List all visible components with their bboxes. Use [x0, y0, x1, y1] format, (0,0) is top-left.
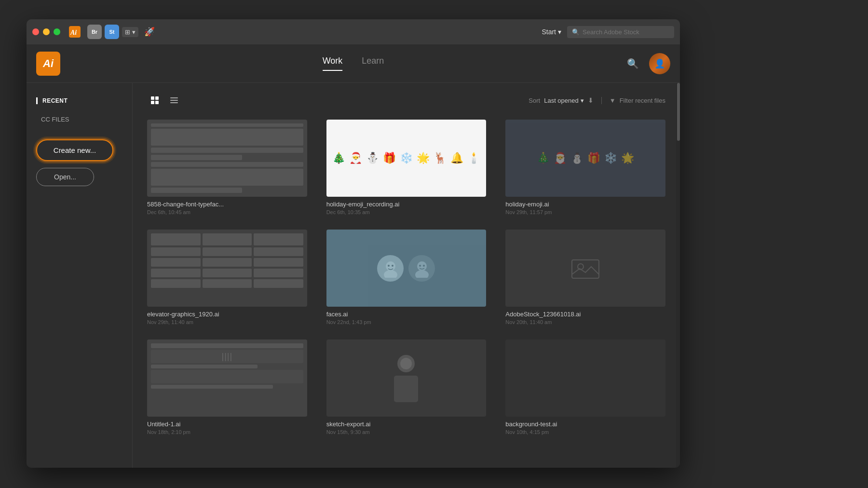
file-date: Nov 18th, 2:10 pm	[147, 429, 307, 435]
maximize-button[interactable]	[54, 28, 60, 35]
avatar-image: 👤	[649, 53, 670, 74]
file-item[interactable]: background-test.ai Nov 10th, 4:15 pm	[505, 339, 665, 435]
app-logo: Ai	[36, 52, 60, 76]
filter-label[interactable]: Filter recent files	[620, 97, 665, 104]
grid-view-button[interactable]	[147, 93, 163, 108]
file-item[interactable]: 🎄🎅⛄ 🎁❄️🌟 holiday-emoji.ai Nov 29th, 11:5…	[505, 120, 665, 215]
file-name: faces.ai	[326, 311, 487, 318]
bridge-badge[interactable]: Br	[87, 25, 102, 39]
search-icon: 🔍	[627, 58, 639, 69]
grid-view-icon: ⊞	[125, 28, 130, 36]
header-search-button[interactable]: 🔍	[624, 55, 641, 72]
rocket-icon[interactable]: 🚀	[144, 27, 155, 37]
list-icon	[170, 97, 178, 104]
view-switcher[interactable]: ⊞ ▾	[122, 27, 138, 37]
tab-work[interactable]: Work	[323, 56, 343, 71]
files-grid: 5858-change-font-typefac... Dec 6th, 10:…	[147, 120, 665, 435]
file-item[interactable]: 🎄🎅⛄ 🎁❄️🌟 🦌🔔🕯️ holiday-emoji_recording.ai…	[326, 120, 487, 215]
file-name: Untitled-1.ai	[147, 420, 307, 428]
sort-dropdown[interactable]: Last opened ▾	[544, 97, 584, 104]
tab-learn[interactable]: Learn	[362, 56, 384, 71]
stock-badge[interactable]: St	[105, 25, 119, 39]
sort-value: Last opened	[544, 97, 579, 104]
titlebar-right: Start ▾ 🔍	[542, 26, 674, 38]
thumb-emoji-pattern: 🎄🎅⛄ 🎁❄️🌟 🦌🔔🕯️	[326, 120, 487, 197]
desktop: Ai Br St ⊞ ▾ 🚀 Start ▾ 🔍	[0, 0, 868, 488]
titlebar-apps: Br St ⊞ ▾ 🚀	[87, 25, 155, 39]
files-toolbar: Sort Last opened ▾ ⬇ ▼ Filter recent fil…	[147, 93, 665, 108]
svg-point-7	[415, 270, 429, 278]
file-date: Nov 20th, 11:40 am	[505, 319, 665, 325]
thumb-emoji-dark: 🎄🎅⛄ 🎁❄️🌟	[505, 120, 665, 197]
create-new-button[interactable]: Create new...	[36, 139, 113, 161]
grid-icon	[151, 96, 159, 104]
file-item[interactable]: 5858-change-font-typefac... Dec 6th, 10:…	[147, 120, 307, 215]
svg-point-9	[423, 265, 425, 267]
titlebar: Ai Br St ⊞ ▾ 🚀 Start ▾ 🔍	[27, 19, 680, 44]
start-label: Start	[542, 28, 556, 36]
sidebar-recent-label: RECENT	[36, 97, 122, 104]
titlebar-ai-icon: Ai	[69, 26, 81, 38]
file-item[interactable]: |||| Untitled-1.ai Nov 18th, 2:10 pm	[147, 339, 307, 435]
filter-area: ▼ Filter recent files	[601, 97, 665, 104]
file-name: elevator-graphics_1920.ai	[147, 311, 307, 318]
app-window: Ai Br St ⊞ ▾ 🚀 Start ▾ 🔍	[27, 19, 680, 468]
thumb-wireframe	[147, 120, 307, 197]
chevron-down-icon: ▾	[132, 28, 136, 36]
sort-label: Sort	[529, 97, 540, 104]
file-name: background-test.ai	[505, 420, 665, 428]
sort-area: Sort Last opened ▾ ⬇	[529, 96, 593, 104]
file-item[interactable]: AdobeStock_123661018.ai Nov 20th, 11:40 …	[505, 230, 665, 325]
file-date: Dec 6th, 10:35 am	[326, 209, 487, 215]
stock-search-input[interactable]	[583, 28, 669, 36]
start-dropdown[interactable]: Start ▾	[542, 28, 561, 36]
svg-point-6	[417, 261, 427, 271]
file-thumbnail	[147, 120, 307, 197]
file-thumbnail	[326, 230, 487, 307]
file-name: AdobeStock_123661018.ai	[505, 311, 665, 318]
file-date: Dec 6th, 10:45 am	[147, 209, 307, 215]
view-icons	[147, 93, 182, 108]
file-thumbnail	[505, 339, 665, 417]
list-view-button[interactable]	[166, 93, 182, 108]
scrollbar-thumb[interactable]	[677, 83, 680, 141]
svg-point-8	[419, 265, 421, 267]
app-header: Ai Work Learn 🔍 👤	[27, 44, 680, 83]
svg-point-3	[384, 270, 397, 278]
start-chevron-icon: ▾	[558, 28, 561, 36]
files-area: Sort Last opened ▾ ⬇ ▼ Filter recent fil…	[133, 83, 680, 468]
file-item[interactable]: elevator-graphics_1920.ai Nov 29th, 11:4…	[147, 230, 307, 325]
sort-direction-button[interactable]: ⬇	[588, 96, 594, 104]
close-button[interactable]	[32, 28, 39, 35]
thumb-bottom: ||||	[147, 339, 307, 417]
file-thumbnail	[505, 230, 665, 307]
sidebar-recent-section: RECENT	[36, 97, 122, 104]
file-thumbnail: 🎄🎅⛄ 🎁❄️🌟 🦌🔔🕯️	[326, 120, 487, 197]
header-right: 🔍 👤	[624, 53, 670, 74]
file-thumbnail: 🎄🎅⛄ 🎁❄️🌟	[505, 120, 665, 197]
stock-search-container: 🔍	[567, 26, 674, 38]
main-content: RECENT CC FILES Create new... Open...	[27, 83, 680, 468]
file-name: sketch-export.ai	[326, 420, 487, 428]
svg-text:Ai: Ai	[70, 29, 77, 36]
file-item[interactable]: sketch-export.ai Nov 15th, 9:30 am	[326, 339, 487, 435]
sidebar-buttons: Create new... Open...	[36, 139, 122, 186]
avatar[interactable]: 👤	[649, 53, 670, 74]
sidebar-item-cc-files[interactable]: CC FILES	[36, 114, 122, 125]
sidebar-cc-files-section: CC FILES	[36, 114, 122, 125]
sidebar: RECENT CC FILES Create new... Open...	[27, 83, 133, 468]
file-date: Nov 10th, 4:15 pm	[505, 429, 665, 435]
file-date: Nov 29th, 11:57 pm	[505, 209, 665, 215]
svg-point-4	[388, 265, 390, 267]
file-thumbnail	[326, 339, 487, 417]
open-button[interactable]: Open...	[36, 168, 94, 186]
sort-chevron-icon: ▾	[581, 97, 584, 104]
minimize-button[interactable]	[43, 28, 50, 35]
file-name: holiday-emoji.ai	[505, 201, 665, 208]
svg-point-14	[400, 358, 412, 369]
thumb-elevator	[147, 230, 307, 307]
nav-tabs: Work Learn	[323, 56, 384, 71]
file-name: holiday-emoji_recording.ai	[326, 201, 487, 208]
file-item[interactable]: faces.ai Nov 22nd, 1:43 pm	[326, 230, 487, 325]
file-thumbnail	[147, 230, 307, 307]
